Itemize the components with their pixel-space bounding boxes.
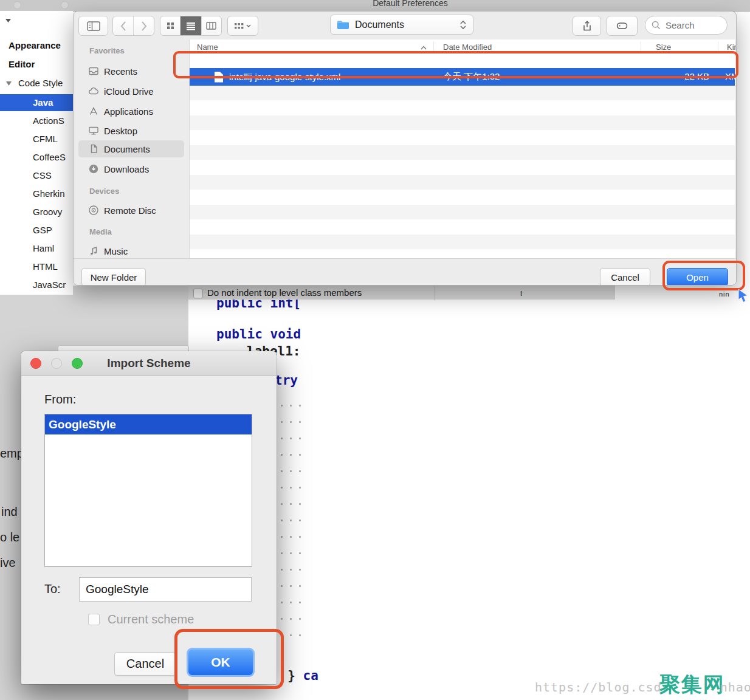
- forward-button[interactable]: [134, 16, 154, 35]
- current-scheme-checkbox[interactable]: [88, 614, 100, 625]
- sidebar-item-gherkin[interactable]: Gherkin: [33, 188, 65, 199]
- file-size: 22 KB: [597, 71, 709, 81]
- to-input[interactable]: [79, 577, 252, 602]
- list-stripes: [190, 86, 735, 258]
- import-dialog-titlebar: Import Scheme: [21, 351, 277, 376]
- sidebar-item-recents[interactable]: Recents: [78, 63, 184, 80]
- option-row: Do not indent top level class members ι: [188, 286, 615, 300]
- disclosure-triangle-icon[interactable]: [6, 81, 12, 86]
- column-header-date[interactable]: Date Modified: [443, 43, 492, 52]
- sidebar-item-html[interactable]: HTML: [33, 261, 58, 272]
- watermark-url-prefix: https://blog.csd: [535, 680, 662, 695]
- icloud-icon: [88, 86, 99, 97]
- sidebar-item-label: Remote Disc: [104, 205, 156, 216]
- file-date: 今天 下午1:32: [443, 71, 500, 83]
- sidebar-item-editor[interactable]: Editor: [9, 59, 35, 69]
- code-brace: }: [287, 668, 295, 683]
- ok-button[interactable]: OK: [188, 650, 253, 675]
- sidebar-item-coffeescript[interactable]: CoffeeS: [33, 152, 66, 162]
- sidebar-item-label: Applications: [104, 106, 153, 117]
- open-button[interactable]: Open: [667, 268, 728, 286]
- code-space: [295, 668, 303, 683]
- media-header: Media: [89, 227, 112, 236]
- share-button[interactable]: [573, 16, 601, 36]
- code-line-try: try: [275, 373, 298, 388]
- sidebar-item-css[interactable]: CSS: [33, 170, 52, 180]
- search-icon: [652, 21, 661, 30]
- tags-button[interactable]: [607, 16, 638, 36]
- option-value: ι: [520, 288, 522, 298]
- back-button[interactable]: [113, 16, 134, 35]
- group-by-icon: [235, 22, 244, 30]
- sidebar-item-haml[interactable]: Haml: [33, 243, 54, 253]
- option-checkbox[interactable]: [193, 289, 203, 298]
- zoom-button[interactable]: [72, 358, 83, 369]
- prefs-sidebar: Appearance Editor Code Style Java Action…: [0, 29, 73, 295]
- minimize-button[interactable]: [51, 358, 62, 369]
- scheme-list-item-selected[interactable]: GoogleStyle: [45, 414, 252, 434]
- sidebar-item-appearance[interactable]: Appearance: [9, 40, 61, 50]
- desktop-icon: [88, 125, 99, 136]
- sidebar-item-applications[interactable]: Applications: [78, 103, 184, 120]
- column-view-button[interactable]: [201, 16, 221, 35]
- sidebar-item-label: Desktop: [104, 126, 137, 136]
- documents-icon: [88, 143, 99, 154]
- current-scheme-label: Current scheme: [108, 612, 194, 626]
- sidebar-item-cfml[interactable]: CFML: [33, 134, 58, 144]
- list-view-button[interactable]: [181, 16, 201, 35]
- column-header-name[interactable]: Name: [197, 43, 218, 52]
- left-text-fragment: ive: [0, 556, 16, 570]
- sidebar-item-code-style[interactable]: Code Style: [18, 78, 63, 88]
- sidebar-item-remote-disc[interactable]: Remote Disc: [78, 202, 184, 219]
- column-divider: [718, 41, 718, 53]
- search-field[interactable]: [645, 16, 728, 35]
- favorites-header: Favorites: [89, 46, 125, 55]
- sort-ascending-icon: [421, 46, 427, 50]
- sidebar-item-downloads[interactable]: Downloads: [78, 160, 184, 177]
- sidebar-item-label: iCloud Drive: [104, 86, 154, 97]
- sidebar-toggle-button[interactable]: [78, 16, 108, 36]
- new-folder-button[interactable]: New Folder: [81, 268, 146, 286]
- sidebar-item-icloud[interactable]: iCloud Drive: [78, 83, 184, 100]
- close-button[interactable]: [30, 358, 41, 369]
- chevron-down-icon: [246, 24, 251, 27]
- filter-dropdown-icon: [5, 19, 11, 22]
- window-title: Default Preferences: [328, 0, 492, 8]
- group-by-button[interactable]: [227, 16, 258, 36]
- column-view-icon: [206, 22, 216, 30]
- traffic-light-dim-1: [13, 1, 21, 9]
- sidebar-item-java-selected[interactable]: Java: [0, 94, 73, 111]
- sidebar-item-actionscript[interactable]: ActionS: [33, 115, 64, 126]
- editor-whitespace-dots: [275, 394, 301, 639]
- file-name: intellij-java-google-style.xml: [229, 72, 340, 82]
- file-icon: [215, 72, 223, 83]
- column-header-size[interactable]: Size: [656, 43, 671, 52]
- import-cancel-button[interactable]: Cancel: [114, 652, 176, 676]
- sidebar-item-documents-selected[interactable]: Documents: [78, 140, 184, 157]
- prefs-filter-bar[interactable]: [0, 11, 73, 30]
- column-header-kind[interactable]: Kind: [727, 43, 737, 52]
- icon-view-icon: [167, 22, 174, 30]
- sidebar-item-javascript[interactable]: JavaScr: [33, 280, 66, 290]
- code-catch-kw: ca: [303, 668, 318, 683]
- cancel-button[interactable]: Cancel: [600, 268, 650, 286]
- icon-view-button[interactable]: [160, 16, 181, 35]
- sidebar-item-gsp[interactable]: GSP: [33, 225, 52, 235]
- watermark: https://blog.csd 聚集网 nhao_c_h: [535, 671, 750, 699]
- location-popup[interactable]: Documents: [330, 15, 473, 35]
- file-row-selected[interactable]: intellij-java-google-style.xml 今天 下午1:32…: [190, 68, 735, 86]
- sidebar-item-groovy[interactable]: Groovy: [33, 207, 62, 217]
- updown-chevrons-icon: [459, 20, 467, 30]
- file-open-dialog: Documents Favorites: [73, 11, 737, 286]
- applications-icon: [88, 106, 99, 117]
- sidebar-item-label: Documents: [104, 144, 150, 154]
- location-label: Documents: [355, 19, 404, 30]
- left-text-fragment: o le: [0, 530, 19, 544]
- sidebar-item-desktop[interactable]: Desktop: [78, 122, 184, 139]
- sidebar-item-music[interactable]: Music: [78, 242, 184, 259]
- from-label: From:: [44, 393, 76, 407]
- scheme-list[interactable]: GoogleStyle: [44, 414, 252, 567]
- search-input[interactable]: [664, 19, 718, 31]
- sidebar-item-label: Downloads: [104, 164, 149, 174]
- code-line-finally: } f: [272, 688, 311, 700]
